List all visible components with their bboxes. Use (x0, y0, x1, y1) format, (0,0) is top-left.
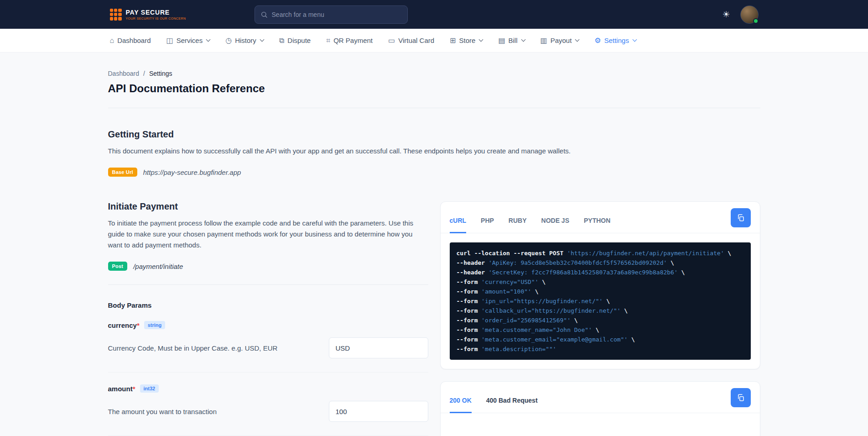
nav-label: Virtual Card (398, 37, 434, 44)
nav-label: Dashboard (117, 37, 151, 44)
response-card: 200 OK 400 Bad Request (440, 381, 760, 436)
initiate-payment-body: To initiate the payment process follow t… (108, 218, 428, 251)
param-type-badge: int32 (140, 384, 159, 393)
breadcrumb-current: Settings (149, 70, 172, 77)
payout-icon: ▥ (541, 37, 547, 44)
topbar: Pay Secure Your security is our concern … (0, 0, 868, 29)
body-params-heading: Body Params (108, 301, 428, 309)
nav-item-services[interactable]: ◫ Services (166, 37, 210, 44)
credit-card-icon: ▭ (388, 37, 395, 44)
chevron-down-icon (260, 37, 264, 42)
store-icon: ⊞ (450, 37, 456, 44)
param-type-badge: string (144, 321, 166, 329)
getting-started-section: Getting Started This document explains h… (108, 129, 760, 177)
nav-item-settings[interactable]: ⚙ Settings (594, 37, 636, 44)
response-body (441, 413, 760, 436)
tab-nodejs[interactable]: NODE JS (541, 210, 569, 233)
gear-icon: ⚙ (594, 37, 601, 44)
tab-ruby[interactable]: RUBY (509, 210, 527, 233)
divider (108, 372, 428, 373)
base-url-link[interactable]: https://pay-secure.bugfinder.app (143, 168, 241, 176)
logo-grid-icon (110, 9, 122, 21)
main-nav: ⌂ Dashboard ◫ Services ◷ History ⧉ Dispu… (0, 29, 868, 53)
clipboard-icon (737, 394, 745, 402)
home-icon: ⌂ (110, 37, 114, 44)
search-input[interactable] (272, 11, 402, 18)
avatar[interactable] (740, 5, 759, 24)
param-row-amount: amount* int32 The amount you want to tra… (108, 384, 428, 422)
logo-text: Pay Secure Your security is our concern (126, 9, 186, 20)
divider (108, 108, 760, 108)
nav-label: Dispute (287, 37, 311, 44)
param-description: The amount you want to transaction (108, 408, 329, 415)
tab-200-ok[interactable]: 200 OK (450, 390, 472, 413)
grid-icon: ◫ (166, 37, 173, 44)
breadcrumb-dashboard-link[interactable]: Dashboard (108, 70, 140, 77)
clipboard-icon (737, 214, 745, 222)
nav-label: Services (177, 37, 203, 44)
param-description: Currency Code, Must be in Upper Case. e.… (108, 344, 329, 352)
nav-label: History (235, 37, 256, 44)
nav-label: Settings (604, 37, 629, 44)
code-block: curl --location --request POST 'https://… (450, 242, 751, 360)
logo-tagline: Your security is our concern (126, 17, 186, 20)
nav-item-bill[interactable]: ▤ Bill (498, 37, 525, 44)
initiate-payment-heading: Initiate Payment (108, 201, 428, 212)
nav-item-store[interactable]: ⊞ Store (450, 37, 483, 44)
divider (108, 284, 428, 285)
tab-400-bad-request[interactable]: 400 Bad Request (486, 390, 538, 413)
required-asterisk: * (133, 385, 135, 393)
nav-item-dashboard[interactable]: ⌂ Dashboard (110, 37, 151, 44)
getting-started-heading: Getting Started (108, 129, 760, 140)
endpoint-path: /payment/initiate (133, 263, 183, 270)
page-content: Dashboard / Settings API Documentation R… (108, 53, 760, 436)
nav-item-virtual-card[interactable]: ▭ Virtual Card (388, 37, 434, 44)
theme-toggle-sun-icon[interactable]: ☀ (722, 10, 730, 19)
initiate-payment-section: Initiate Payment To initiate the payment… (108, 201, 428, 436)
response-status-tabs: 200 OK 400 Bad Request (450, 390, 731, 413)
currency-input[interactable] (329, 337, 428, 358)
copy-response-button[interactable] (731, 388, 751, 407)
nav-item-qr-payment[interactable]: ⌗ QR Payment (326, 37, 373, 44)
request-code-card: cURL PHP RUBY NODE JS PYTHON curl --loca… (440, 201, 760, 369)
breadcrumb-separator: / (143, 70, 145, 77)
nav-label: Bill (509, 37, 518, 44)
dispute-icon: ⧉ (279, 37, 284, 44)
required-asterisk: * (137, 321, 140, 329)
param-name: currency* (108, 321, 140, 329)
http-method-badge: Post (108, 262, 128, 271)
search-icon (260, 11, 268, 18)
chevron-down-icon (575, 37, 580, 42)
qr-code-icon: ⌗ (326, 37, 330, 44)
chevron-down-icon (206, 37, 211, 42)
param-row-currency: currency* string Currency Code, Must be … (108, 321, 428, 358)
tab-php[interactable]: PHP (481, 210, 494, 233)
chevron-down-icon (479, 37, 483, 42)
code-column: cURL PHP RUBY NODE JS PYTHON curl --loca… (440, 201, 760, 436)
nav-item-history[interactable]: ◷ History (225, 37, 264, 44)
nav-label: Payout (551, 37, 572, 44)
page-title: API Documentation Reference (108, 82, 760, 95)
chevron-down-icon (632, 37, 637, 42)
tab-python[interactable]: PYTHON (584, 210, 610, 233)
tab-curl[interactable]: cURL (450, 210, 467, 233)
nav-item-dispute[interactable]: ⧉ Dispute (279, 37, 311, 44)
base-url-badge: Base Url (108, 168, 137, 177)
param-name: amount* (108, 385, 135, 393)
amount-input[interactable] (329, 401, 428, 422)
logo-title: Pay Secure (126, 9, 186, 16)
copy-code-button[interactable] (731, 208, 751, 227)
nav-label: QR Payment (333, 37, 373, 44)
online-status-dot (753, 18, 759, 24)
getting-started-body: This document explains how to successful… (108, 146, 760, 157)
nav-label: Store (459, 37, 476, 44)
clock-icon: ◷ (225, 37, 232, 44)
nav-item-payout[interactable]: ▥ Payout (541, 37, 579, 44)
code-language-tabs: cURL PHP RUBY NODE JS PYTHON (450, 210, 731, 233)
logo[interactable]: Pay Secure Your security is our concern (110, 9, 186, 21)
bill-icon: ▤ (498, 37, 505, 44)
search-bar[interactable] (255, 5, 408, 24)
chevron-down-icon (521, 37, 525, 42)
breadcrumb: Dashboard / Settings (108, 70, 760, 77)
